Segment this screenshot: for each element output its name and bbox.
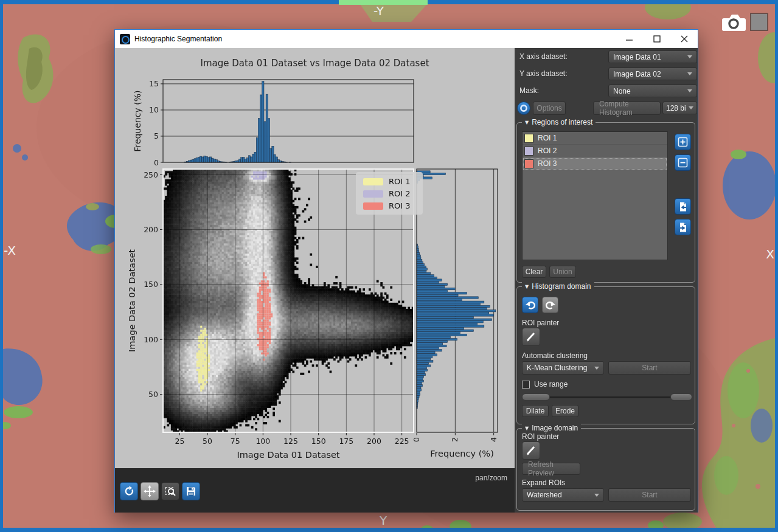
roi-painter-label: ROI painter: [522, 319, 559, 327]
reset-view-button[interactable]: [120, 482, 138, 500]
use-range-checkbox-row[interactable]: Use range: [522, 380, 568, 389]
gray-square-swatch[interactable]: [750, 13, 768, 31]
roi-list-item[interactable]: ROI 2: [523, 145, 667, 157]
maximize-button[interactable]: [643, 30, 670, 48]
svg-text:Frequency (%): Frequency (%): [133, 90, 142, 151]
redo-icon: [545, 300, 556, 311]
legend-entry: ROI 2: [363, 189, 417, 198]
bins-dropdown-value: 128 bins: [666, 104, 686, 112]
svg-text:2: 2: [450, 437, 459, 442]
collapse-arrow-icon: ▼: [525, 426, 529, 431]
slider-handle-right[interactable]: [670, 393, 692, 401]
dataset-dropdown-value: Image Data 02: [613, 70, 684, 78]
svg-text:175: 175: [339, 437, 353, 446]
dataset-dropdown[interactable]: Image Data 02: [608, 67, 697, 80]
clustering-method-value: K-Mean Clustering: [527, 364, 591, 372]
roi-list[interactable]: ROI 1 ROI 2 ROI 3: [522, 131, 668, 260]
remove-roi-icon: [678, 157, 688, 168]
refresh-preview-button[interactable]: Refresh Preview: [522, 463, 580, 475]
histographic-segmentation-window: Histographic Segmentation 051015Frequenc…: [114, 29, 698, 513]
bins-dropdown[interactable]: 128 bins: [662, 102, 697, 114]
desktop-background: -Y Y -X X Histographic Segmentation: [0, 0, 778, 532]
expand-method-dropdown[interactable]: Watershed: [522, 488, 604, 502]
camera-icon[interactable]: [720, 12, 746, 35]
dataset-row: Mask: None: [515, 85, 698, 97]
import-roi-icon: [678, 201, 689, 212]
chevron-down-icon: [594, 367, 599, 370]
axis-label-minus-y: -Y: [373, 4, 384, 18]
group-title-text: Histogram domain: [532, 282, 591, 291]
close-icon: [681, 35, 688, 43]
use-range-checkbox[interactable]: [522, 381, 530, 389]
union-rois-button[interactable]: Union: [549, 266, 576, 278]
svg-text:Image Data 02 Dataset: Image Data 02 Dataset: [127, 249, 137, 352]
dataset-row: Y axis dataset: Image Data 02: [515, 67, 698, 80]
roi-item-label: ROI 2: [538, 147, 557, 155]
pan-button[interactable]: [141, 482, 159, 500]
roi-painter-label: ROI painter: [522, 432, 559, 441]
legend-color-patch: [363, 178, 383, 185]
matplotlib-toolbar: pan/zoom: [115, 468, 515, 513]
clear-rois-button[interactable]: Clear: [522, 266, 546, 278]
histogram-roi-painter-button[interactable]: [522, 328, 540, 346]
dilate-button[interactable]: Dilate: [522, 405, 549, 417]
svg-text:250: 250: [144, 170, 158, 179]
svg-text:150: 150: [311, 437, 326, 446]
roi-list-item[interactable]: ROI 1: [523, 132, 667, 145]
figure-axes-overlay: 051015Frequency (%)255075100125150175200…: [115, 48, 515, 468]
roi-item-label: ROI 3: [538, 159, 557, 168]
legend-entry-label: ROI 2: [389, 189, 411, 198]
add-roi-button[interactable]: [675, 134, 691, 150]
undo-icon: [525, 300, 536, 311]
compute-histogram-button[interactable]: Compute Histogram: [593, 102, 661, 115]
save-figure-button[interactable]: [182, 482, 200, 500]
legend-color-patch: [363, 202, 383, 210]
clustering-method-dropdown[interactable]: K-Mean Clustering: [522, 361, 604, 375]
blue-ring-icon: [519, 104, 528, 112]
minimize-button[interactable]: [616, 30, 643, 48]
svg-text:50: 50: [148, 390, 158, 399]
dataset-dropdown-value: Image Data 01: [613, 53, 684, 61]
dataset-dropdown[interactable]: Image Data 01: [608, 50, 697, 63]
undo-button[interactable]: [522, 297, 538, 313]
close-button[interactable]: [670, 30, 698, 48]
regions-of-interest-header[interactable]: ▼ Regions of interest: [522, 118, 596, 126]
svg-text:15: 15: [149, 79, 159, 88]
svg-text:25: 25: [175, 437, 184, 446]
reset-view-icon: [123, 486, 135, 497]
titlebar[interactable]: Histographic Segmentation: [115, 30, 698, 48]
svg-text:75: 75: [231, 437, 240, 446]
range-slider[interactable]: [522, 393, 692, 401]
axis-label-y: Y: [380, 513, 387, 528]
legend-entry: ROI 1: [363, 177, 417, 186]
export-roi-icon: [678, 222, 689, 233]
use-range-label: Use range: [534, 380, 568, 389]
dataset-dropdown[interactable]: None: [608, 85, 697, 97]
image-roi-painter-button[interactable]: [522, 441, 540, 460]
options-button[interactable]: Options: [533, 102, 566, 115]
legend-entry-label: ROI 1: [389, 177, 411, 186]
import-roi-button[interactable]: [675, 198, 691, 215]
slider-handle-left[interactable]: [522, 393, 550, 401]
clustering-start-button[interactable]: Start: [608, 361, 691, 375]
erode-button[interactable]: Erode: [552, 405, 578, 417]
figure-area: 051015Frequency (%)255075100125150175200…: [115, 48, 515, 468]
svg-text:Image Data 01 Dataset: Image Data 01 Dataset: [237, 450, 339, 460]
roi-list-item[interactable]: ROI 3: [523, 157, 667, 170]
image-domain-header[interactable]: ▼ Image domain: [522, 424, 581, 432]
svg-text:5: 5: [154, 131, 159, 140]
toolbar-status-text: pan/zoom: [475, 474, 507, 482]
svg-text:0: 0: [154, 158, 159, 167]
save-icon: [186, 486, 196, 497]
zoom-rect-button[interactable]: [161, 482, 179, 500]
collapse-arrow-icon: ▼: [525, 120, 529, 125]
histogram-settings-button[interactable]: [517, 102, 530, 115]
svg-text:0: 0: [412, 437, 421, 442]
redo-button[interactable]: [542, 297, 558, 313]
remove-roi-button[interactable]: [675, 154, 691, 171]
histogram-domain-header[interactable]: ▼ Histogram domain: [522, 282, 594, 291]
export-roi-button[interactable]: [675, 219, 691, 235]
expand-rois-label: Expand ROIs: [522, 478, 565, 487]
axis-label-minus-x: -X: [4, 243, 16, 258]
expand-start-button[interactable]: Start: [608, 488, 691, 502]
